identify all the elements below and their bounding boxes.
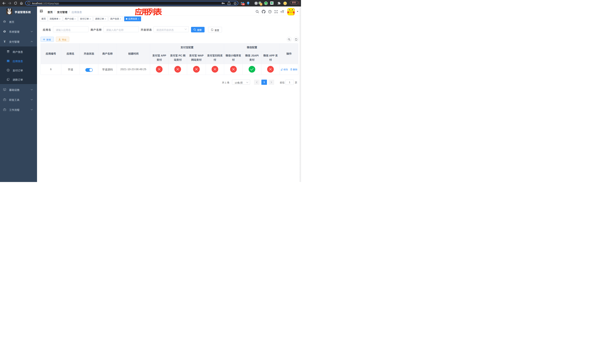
svg-text:¥: ¥ — [8, 69, 9, 71]
svg-text:¥: ¥ — [4, 40, 6, 43]
svg-text:y: y — [265, 2, 267, 4]
